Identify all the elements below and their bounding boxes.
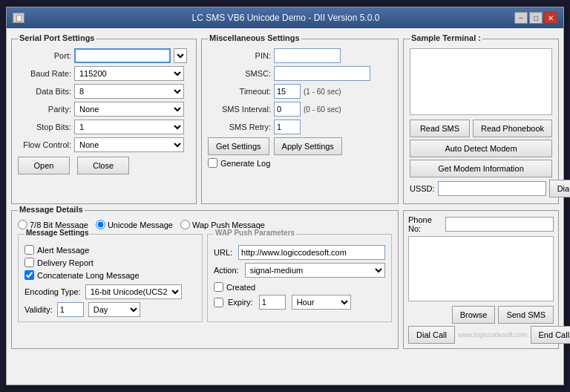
read-sms-button[interactable]: Read SMS xyxy=(410,120,470,137)
terminal-textarea[interactable] xyxy=(410,48,552,115)
minimize-button[interactable]: − xyxy=(514,12,528,24)
send-sms-button[interactable]: Send SMS xyxy=(498,306,554,324)
interval-hint: (0 - 60 sec) xyxy=(304,105,341,114)
retry-label: SMS Retry: xyxy=(208,122,271,131)
port-label: Port: xyxy=(18,51,71,60)
created-checkbox[interactable] xyxy=(214,282,223,292)
expiry-row: Expiry: Hour xyxy=(214,295,385,310)
stopbits-select[interactable]: 1 xyxy=(74,120,184,134)
get-settings-button[interactable]: Get Settings xyxy=(208,137,269,155)
timeout-input[interactable] xyxy=(274,84,301,99)
pin-input[interactable] xyxy=(274,48,341,63)
dial-ussd-button[interactable]: Dial USSD xyxy=(549,180,570,197)
phone-no-row: Phone No: xyxy=(408,215,554,233)
concat-label[interactable]: Concatenate Long Message xyxy=(37,271,140,280)
app-icon: 📋 xyxy=(13,13,24,23)
message-label: Message Details xyxy=(18,205,85,214)
serial-port-group: Serial Port Settings Port: ▼ Baud Rate: … xyxy=(11,39,197,204)
expiry-input[interactable] xyxy=(259,295,286,310)
smsc-row: SMSC: xyxy=(208,66,392,81)
delivery-label[interactable]: Delivery Report xyxy=(37,258,94,267)
flowcontrol-select[interactable]: None xyxy=(74,137,184,152)
ussd-input[interactable] xyxy=(438,181,546,196)
ussd-row: USSD: Dial USSD xyxy=(410,180,552,197)
port-input[interactable] xyxy=(74,48,171,63)
dial-call-button[interactable]: Dial Call xyxy=(408,326,455,344)
radio-unicode[interactable] xyxy=(96,220,105,229)
open-button[interactable]: Open xyxy=(18,157,70,174)
interval-label: SMS Interval: xyxy=(208,105,271,114)
get-modem-button[interactable]: Get Modem Information xyxy=(410,160,552,177)
main-window: 📋 LC SMS VB6 Unicode Demo - DII Version … xyxy=(6,7,564,385)
ussd-label: USSD: xyxy=(410,184,435,193)
delivery-row: Delivery Report xyxy=(24,258,196,267)
phone-section-group: Phone No: Browse Send SMS Dial Call www.… xyxy=(403,210,559,349)
radio-unicode-label[interactable]: Unicode Message xyxy=(96,220,173,229)
content-area: Serial Port Settings Port: ▼ Baud Rate: … xyxy=(7,28,563,358)
phone-bottom-row: Dial Call www.logiccodesoft.com End Call xyxy=(408,326,554,344)
validity-unit-select[interactable]: Day xyxy=(88,302,140,317)
validity-label: Validity: xyxy=(24,305,53,314)
genlog-label[interactable]: Generate Log xyxy=(220,159,270,168)
pin-label: PIN: xyxy=(208,51,271,60)
expiry-unit-select[interactable]: Hour xyxy=(292,295,351,310)
smsc-input[interactable] xyxy=(274,66,370,81)
phone-textarea[interactable] xyxy=(408,236,554,301)
url-input[interactable] xyxy=(238,245,385,260)
action-row: Action: signal-medium xyxy=(214,263,385,278)
retry-input[interactable] xyxy=(274,120,301,134)
port-select[interactable]: ▼ xyxy=(174,48,187,63)
msg-settings-label: Message Settings xyxy=(24,229,90,237)
window-title: LC SMS VB6 Unicode Demo - DII Version 5.… xyxy=(57,13,514,23)
message-details-group: Message Details 7/8 Bit Message Unicode … xyxy=(11,210,399,349)
close-button-serial[interactable]: Close xyxy=(77,157,129,174)
wap-push-box: WAP Push Parameters URL: Action: signal-… xyxy=(207,234,392,322)
interval-input[interactable] xyxy=(274,102,301,117)
maximize-button[interactable]: □ xyxy=(529,12,543,24)
apply-settings-button[interactable]: Apply Settings xyxy=(274,137,342,155)
baud-label: Baud Rate: xyxy=(18,69,71,78)
auto-detect-button[interactable]: Auto Detect Modem xyxy=(410,140,552,157)
msg-settings-box: Message Settings Alert Message Delivery … xyxy=(18,234,203,322)
action-label: Action: xyxy=(214,266,239,275)
created-label[interactable]: Created xyxy=(226,283,255,292)
misc-settings-group: Miscellaneous Settings PIN: SMSC: Timeou… xyxy=(201,39,399,204)
baud-select[interactable]: 115200 xyxy=(74,66,184,81)
close-button[interactable]: ✕ xyxy=(544,12,557,24)
genlog-checkbox[interactable] xyxy=(208,158,217,168)
validity-input[interactable] xyxy=(57,302,84,317)
misc-label: Miscellaneous Settings xyxy=(208,33,301,42)
alert-label[interactable]: Alert Message xyxy=(37,246,89,255)
action-select[interactable]: signal-medium xyxy=(245,263,385,278)
validity-row: Validity: Day xyxy=(24,302,196,317)
parity-select[interactable]: None xyxy=(74,102,184,117)
concat-row: Concatenate Long Message xyxy=(24,270,196,280)
timeout-row: Timeout: (1 - 60 sec) xyxy=(208,84,392,99)
wap-label: WAP Push Parameters xyxy=(214,229,296,237)
radio-wap[interactable] xyxy=(180,220,190,229)
encoding-row: Encoding Type: 16-bit Unicode(UCS2 xyxy=(24,284,196,299)
read-phonebook-button[interactable]: Read Phonebook xyxy=(473,120,552,137)
serial-port-label: Serial Port Settings xyxy=(18,33,96,42)
url-row: URL: xyxy=(214,245,385,260)
expiry-checkbox[interactable] xyxy=(214,298,223,307)
concat-checkbox[interactable] xyxy=(24,270,34,280)
open-close-row: Open Close xyxy=(18,157,190,174)
alert-checkbox[interactable] xyxy=(24,245,34,255)
retry-row: SMS Retry: xyxy=(208,120,392,134)
phone-no-input[interactable] xyxy=(445,217,554,232)
timeout-hint: (1 - 60 sec) xyxy=(304,88,341,96)
databits-select[interactable]: 8 xyxy=(74,84,184,99)
stopbits-label: Stop Bits: xyxy=(18,122,71,131)
settings-btn-row: Get Settings Apply Settings xyxy=(208,137,392,155)
created-row: Created xyxy=(214,282,385,292)
delivery-checkbox[interactable] xyxy=(24,258,34,267)
port-row: Port: ▼ xyxy=(18,48,190,63)
pin-row: PIN: xyxy=(208,48,392,63)
encoding-select[interactable]: 16-bit Unicode(UCS2 xyxy=(85,284,182,299)
window-controls: − □ ✕ xyxy=(514,12,557,24)
browse-button[interactable]: Browse xyxy=(452,306,496,324)
end-call-button[interactable]: End Call xyxy=(531,326,570,344)
encoding-label: Encoding Type: xyxy=(24,287,81,296)
expiry-label: Expiry: xyxy=(228,298,253,307)
